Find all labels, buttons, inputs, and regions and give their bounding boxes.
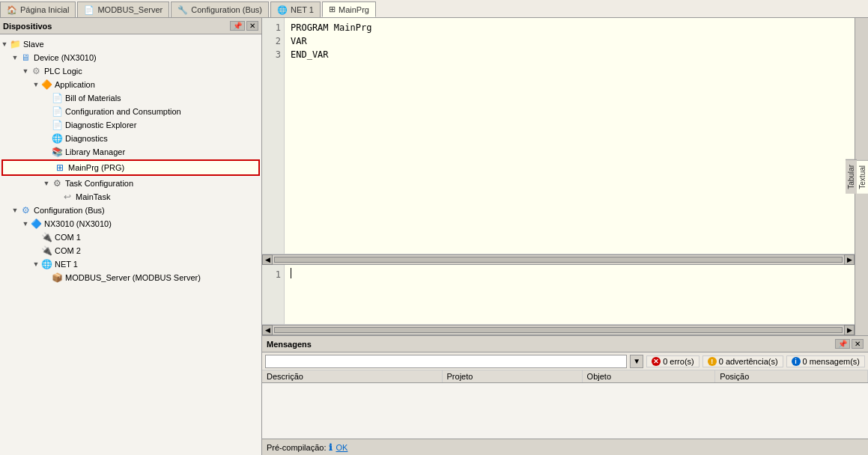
label-application: Application xyxy=(55,80,95,89)
tree-item-task-configuration[interactable]: ▼⚙Task Configuration xyxy=(0,177,261,190)
content-area: Dispositivos 📌 ✕ ▼📁Slave▼🖥Device (NX3010… xyxy=(0,18,868,455)
label-bill-of-materials: Bill of Materials xyxy=(65,94,121,103)
pin-control[interactable]: 📌 xyxy=(230,21,245,31)
icon-device: 🖥 xyxy=(19,52,31,64)
expand-application[interactable]: ▼ xyxy=(31,81,40,88)
icon-task-configuration: ⚙ xyxy=(51,177,63,189)
badge-dot-warn: ! xyxy=(708,357,717,366)
messages-pin[interactable]: 📌 xyxy=(835,339,850,349)
tab-label-configuration-bus: Configuration (Bus) xyxy=(191,5,262,14)
tree-item-plc-logic[interactable]: ▼⚙PLC Logic xyxy=(0,64,261,78)
label-com1: COM 1 xyxy=(55,233,81,242)
tree-item-nx3010[interactable]: ▼🔷NX3010 (NX3010) xyxy=(0,217,261,230)
expand-nx3010[interactable]: ▼ xyxy=(21,220,30,228)
close-control[interactable]: ✕ xyxy=(246,21,258,31)
h-scroll-container[interactable]: ◀ ▶ xyxy=(262,254,855,265)
label-com2: COM 2 xyxy=(55,246,81,255)
precomp-bar: Pré-compilação: ℹ OK xyxy=(262,439,868,455)
code-line-2: VAR xyxy=(291,34,849,48)
tree-item-bill-of-materials[interactable]: 📄Bill of Materials xyxy=(0,91,261,105)
expand-net1-tree[interactable]: ▼ xyxy=(31,260,40,268)
badge-info[interactable]: i0 mensagem(s) xyxy=(786,355,865,367)
lower-scroll-track[interactable] xyxy=(274,327,843,333)
label-diagnostic-explorer: Diagnostic Explorer xyxy=(65,120,136,129)
label-maintask: MainTask xyxy=(76,192,110,201)
vtab-textual[interactable]: Textual xyxy=(857,160,868,194)
badge-dot-error: ✕ xyxy=(652,357,661,366)
line-number-1: 1 xyxy=(262,21,284,34)
tab-pagina-inicial[interactable]: 🏠Página Inicial xyxy=(0,1,76,17)
messages-title: Mensagens xyxy=(267,340,312,349)
line-numbers: 123 xyxy=(262,18,285,254)
tab-mainprg[interactable]: ⊞MainPrg xyxy=(322,1,376,17)
lower-scroll-right[interactable]: ▶ xyxy=(844,325,855,335)
scroll-right-btn[interactable]: ▶ xyxy=(844,254,855,265)
lower-scroll-left[interactable]: ◀ xyxy=(262,325,273,335)
expand-device[interactable]: ▼ xyxy=(10,54,19,61)
text-cursor xyxy=(291,268,291,278)
left-panel-tree: ▼📁Slave▼🖥Device (NX3010)▼⚙PLC Logic▼🔶App… xyxy=(0,34,261,455)
tab-configuration-bus[interactable]: 🔧Configuration (Bus) xyxy=(171,1,269,17)
icon-com2: 🔌 xyxy=(40,245,52,257)
tree-item-configuration-bus-tree[interactable]: ▼⚙Configuration (Bus) xyxy=(0,204,261,217)
tree-item-modbus-server-tree[interactable]: 📦MODBUS_Server (MODBUS Server) xyxy=(0,271,261,284)
tree-item-net1-tree[interactable]: ▼🌐NET 1 xyxy=(0,257,261,271)
messages-controls: 📌 ✕ xyxy=(835,339,864,349)
tree-item-maintask[interactable]: ↩MainTask xyxy=(0,190,261,204)
editor-column: 123 PROGRAM MainPrgVAREND_VAR ◀ ▶ 1 xyxy=(262,18,855,335)
label-diagnostics: Diagnostics xyxy=(65,134,108,143)
lower-code[interactable] xyxy=(285,265,855,324)
messages-header: Mensagens 📌 ✕ xyxy=(262,336,868,352)
badge-label-warn: 0 advertência(s) xyxy=(719,357,778,366)
line-number-3: 3 xyxy=(262,48,284,61)
icon-slave: 📁 xyxy=(9,38,21,50)
tree-item-library-manager[interactable]: 📚Library Manager xyxy=(0,145,261,159)
icon-plc-logic: ⚙ xyxy=(30,65,42,77)
line-number-2: 2 xyxy=(262,34,284,48)
filter-btn[interactable]: ▼ xyxy=(630,355,643,368)
tree-item-config-consumption[interactable]: 📄Configuration and Consumption xyxy=(0,105,261,118)
tab-label-pagina-inicial: Página Inicial xyxy=(20,5,69,14)
tree-item-diagnostics[interactable]: 🌐Diagnostics xyxy=(0,132,261,145)
messages-close[interactable]: ✕ xyxy=(852,339,864,349)
tab-icon-net1: 🌐 xyxy=(277,5,288,15)
label-mainprg-prg: MainPrg (PRG) xyxy=(68,163,124,172)
messages-toolbar: ▼ ✕0 erro(s)!0 advertência(s)i0 mensagem… xyxy=(262,352,868,370)
tree-item-application[interactable]: ▼🔶Application xyxy=(0,78,261,91)
code-area[interactable]: PROGRAM MainPrgVAREND_VAR xyxy=(285,18,855,254)
expand-plc-logic[interactable]: ▼ xyxy=(21,67,30,75)
tab-modbus-server[interactable]: 📄MODBUS_Server xyxy=(77,1,169,17)
col-posição: Posição xyxy=(715,370,868,383)
tree-item-com1[interactable]: 🔌COM 1 xyxy=(0,230,261,244)
label-nx3010: NX3010 (NX3010) xyxy=(44,219,112,228)
label-device: Device (NX3010) xyxy=(34,53,97,62)
tab-net1[interactable]: 🌐NET 1 xyxy=(270,1,321,17)
icon-net1-tree: 🌐 xyxy=(40,258,52,270)
precomp-ok[interactable]: OK xyxy=(336,443,347,452)
h-scroll-track[interactable] xyxy=(274,257,843,263)
tree-item-device[interactable]: ▼🖥Device (NX3010) xyxy=(0,51,261,64)
expand-slave[interactable]: ▼ xyxy=(0,40,9,48)
badge-warn[interactable]: !0 advertência(s) xyxy=(702,355,783,367)
scroll-left-btn[interactable]: ◀ xyxy=(262,254,273,265)
filter-input[interactable] xyxy=(265,355,627,368)
badge-label-error: 0 erro(s) xyxy=(663,357,694,366)
badge-error[interactable]: ✕0 erro(s) xyxy=(646,355,699,367)
icon-application: 🔶 xyxy=(40,79,52,91)
tree-item-com2[interactable]: 🔌COM 2 xyxy=(0,244,261,257)
tab-bar: 🏠Página Inicial📄MODBUS_Server🔧Configurat… xyxy=(0,0,868,18)
tree-item-slave[interactable]: ▼📁Slave xyxy=(0,37,261,51)
label-library-manager: Library Manager xyxy=(65,147,125,156)
precomp-label: Pré-compilação: xyxy=(267,443,326,452)
icon-library-manager: 📚 xyxy=(51,146,63,158)
label-net1-tree: NET 1 xyxy=(55,260,78,269)
lower-h-scroll[interactable]: ◀ ▶ xyxy=(262,325,855,335)
messages-table: DescriçãoProjetoObjetoPosição xyxy=(262,370,868,439)
expand-task-configuration[interactable]: ▼ xyxy=(42,180,51,187)
vtab-tabular[interactable]: Tabular xyxy=(846,159,857,194)
tree-item-diagnostic-explorer[interactable]: 📄Diagnostic Explorer xyxy=(0,118,261,132)
lower-editor: 1 xyxy=(262,265,855,325)
lower-line-numbers: 1 xyxy=(262,265,285,324)
tree-item-mainprg-prg[interactable]: ⊞MainPrg (PRG) xyxy=(1,159,260,176)
expand-configuration-bus-tree[interactable]: ▼ xyxy=(10,207,19,214)
